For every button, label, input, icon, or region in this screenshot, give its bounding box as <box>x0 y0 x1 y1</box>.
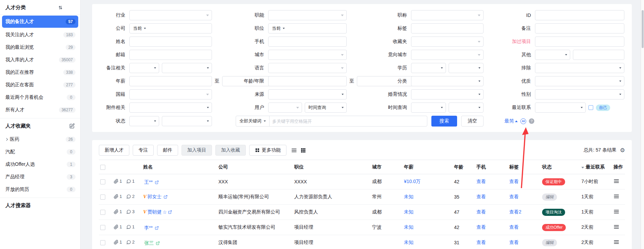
comment-count[interactable]: 2 <box>126 240 134 245</box>
add-to-project-button[interactable]: 加入项目 <box>181 145 212 156</box>
education-select-1[interactable] <box>411 63 446 73</box>
tag-view-link[interactable]: 查看 <box>508 235 541 249</box>
joined-project-input[interactable] <box>535 37 624 47</box>
focus-button[interactable]: 专注 <box>133 145 154 156</box>
gender-select[interactable] <box>535 89 624 99</box>
external-link-icon[interactable] <box>156 241 160 245</box>
add-talent-button[interactable]: 新增人才 <box>99 145 129 156</box>
joined-project-label[interactable]: 加过项目 <box>486 39 533 45</box>
company-current-select[interactable]: 当前 <box>130 25 144 31</box>
row-checkbox[interactable] <box>100 225 105 230</box>
intent-city-select[interactable] <box>411 50 484 60</box>
mobile-input[interactable] <box>268 37 347 47</box>
phone-view-link[interactable]: 查看 <box>475 189 508 205</box>
row-actions-menu-icon[interactable] <box>614 194 619 199</box>
list-view-icon[interactable] <box>291 148 297 153</box>
tag-view-link[interactable]: 查看2 <box>508 205 541 220</box>
attachment-count[interactable]: 1 <box>114 240 122 245</box>
favorite-folder-open-resumes[interactable]: 开放的简历 0 <box>0 183 80 196</box>
more-functions-button[interactable]: 更多功能 <box>249 145 286 156</box>
phone-view-link[interactable]: 查看 <box>475 220 508 235</box>
marital-select[interactable] <box>411 89 484 99</box>
candidate-name-link[interactable]: V贾朝健☆ <box>143 209 172 215</box>
exclude-select[interactable] <box>535 63 624 73</box>
recent-contact-select[interactable] <box>535 103 586 113</box>
row-checkbox[interactable] <box>100 240 105 245</box>
id-input[interactable] <box>535 10 624 20</box>
phone-view-link[interactable]: 查看 <box>475 235 508 249</box>
salary-link[interactable]: 未知 <box>403 189 453 205</box>
attachment-count[interactable]: 1 <box>114 224 122 229</box>
function-select[interactable] <box>268 10 347 20</box>
attachment-count[interactable]: 1 <box>114 209 122 214</box>
nationality-select[interactable] <box>129 89 212 99</box>
select-all-checkbox[interactable] <box>100 165 105 170</box>
source-select[interactable] <box>268 89 347 99</box>
company-input[interactable] <box>146 24 212 33</box>
sidebar-item-all-talents[interactable]: 所有人才 36277 <box>0 104 80 116</box>
favorite-folder-pharma[interactable]: 医药 26 <box>0 133 80 145</box>
keyword-scope-select[interactable]: 全部关键词 <box>236 116 270 126</box>
settings-gear-icon[interactable]: ⚙ <box>620 148 625 153</box>
email-input[interactable] <box>129 50 212 60</box>
edit-folder-icon[interactable] <box>69 123 75 129</box>
position-input[interactable] <box>285 24 346 33</box>
talent-searcher-header[interactable]: 人才搜索器 <box>0 198 80 212</box>
external-link-icon[interactable] <box>164 195 168 199</box>
tag-view-link[interactable]: 查看 <box>508 174 541 189</box>
row-actions-menu-icon[interactable] <box>614 239 619 245</box>
tag-view-link[interactable]: 查看 <box>508 220 541 235</box>
favorite-folder-select[interactable] <box>411 37 484 47</box>
comment-count[interactable]: 3 <box>126 209 134 214</box>
attachment-count[interactable]: 1 <box>114 179 122 184</box>
self-checkbox[interactable] <box>588 105 593 110</box>
other-input[interactable] <box>573 50 624 60</box>
other-select[interactable] <box>535 50 570 60</box>
comment-count[interactable]: 1 <box>126 179 134 184</box>
time-query-select-1[interactable] <box>411 103 446 113</box>
name-input[interactable] <box>129 37 212 47</box>
quality-select[interactable] <box>535 76 624 86</box>
row-checkbox[interactable] <box>100 195 105 200</box>
sidebar-item-my-imported-talents[interactable]: 我入库的人才 35007 <box>0 53 80 66</box>
clear-button[interactable]: 清空 <box>461 116 484 127</box>
search-button[interactable]: 搜索 <box>431 116 457 127</box>
salary-link[interactable]: 未知 <box>403 220 453 235</box>
user-time-query-select[interactable]: 时间查询 <box>305 103 347 113</box>
favorite-folder-auto-parts[interactable]: 汽配 0 <box>0 145 80 158</box>
keyword-input[interactable] <box>270 116 427 126</box>
position-current-select[interactable]: 当前 <box>269 25 283 31</box>
age-min-input[interactable] <box>268 76 347 86</box>
note-input[interactable] <box>535 23 624 33</box>
industry-select[interactable] <box>129 10 212 20</box>
tag-view-link[interactable]: 查看 <box>508 189 541 205</box>
candidate-name-link[interactable]: 王** <box>143 179 159 185</box>
candidate-name-link[interactable]: 李** <box>143 225 159 231</box>
comment-count[interactable]: 1 <box>126 224 134 229</box>
phone-view-link[interactable]: 查看 <box>475 174 508 189</box>
note-related-select-1[interactable] <box>129 63 159 73</box>
row-checkbox[interactable] <box>100 210 105 215</box>
sort-icon[interactable] <box>58 5 63 10</box>
external-link-icon[interactable] <box>155 226 159 230</box>
header-recent-contact[interactable]: 最近联系 <box>580 160 612 174</box>
mail-button[interactable]: 邮件 <box>157 145 178 156</box>
salary-min-input[interactable] <box>129 76 212 86</box>
salary-link[interactable]: ¥10.0万 <box>403 174 453 189</box>
row-actions-menu-icon[interactable] <box>614 209 619 214</box>
phone-view-link[interactable]: 查看 <box>475 205 508 220</box>
sidebar-item-my-noted-talents[interactable]: 我的备注人才 57 <box>2 16 78 28</box>
note-related-select-2[interactable] <box>162 63 212 73</box>
ai-assistant-icon[interactable]: AI <box>520 118 526 124</box>
job-title-select[interactable] <box>411 10 484 20</box>
comment-count[interactable]: 2 <box>126 194 134 199</box>
row-checkbox[interactable] <box>100 179 105 184</box>
sidebar-item-my-client-interviews[interactable]: 我的正在客面 277 <box>0 78 80 91</box>
help-icon[interactable]: ? <box>529 118 534 124</box>
salary-link[interactable]: 未知 <box>403 205 453 220</box>
attachment-count[interactable]: 1 <box>114 194 122 199</box>
sidebar-item-recent-two-months-opportunity[interactable]: 最近两个月看机会 0 <box>0 91 80 104</box>
status-select-2[interactable] <box>162 116 212 126</box>
category-select[interactable] <box>411 76 484 86</box>
external-link-icon[interactable] <box>168 210 172 214</box>
